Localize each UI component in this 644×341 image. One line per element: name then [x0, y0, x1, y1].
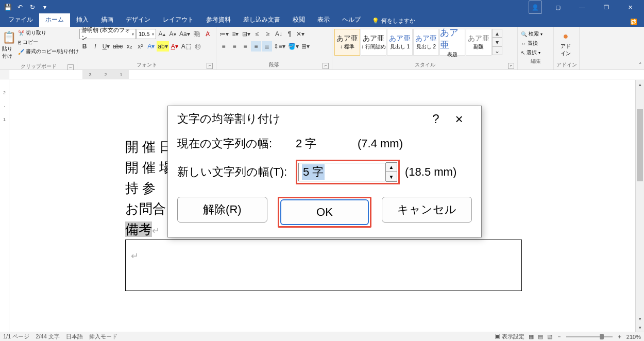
show-marks-button[interactable]: ¶	[284, 29, 295, 39]
find-button[interactable]: 🔍検索▾	[520, 30, 551, 38]
phonetic-button[interactable]: ㍾	[192, 29, 202, 39]
sort-button[interactable]: A↓	[274, 29, 284, 39]
insert-mode[interactable]: 挿入モード	[89, 333, 117, 340]
tab-design[interactable]: デザイン	[120, 13, 157, 27]
ribbon-display-button[interactable]: ▢	[546, 0, 569, 14]
asian-layout-button[interactable]: ✕▾	[295, 29, 306, 39]
collapse-ribbon-button[interactable]: ˄	[639, 62, 642, 69]
scroll-up-button[interactable]: ▴	[636, 80, 644, 89]
document-text[interactable]: 開 催 日 開 催 場 持 参 お問合 備考↵	[125, 137, 173, 241]
style-heading1[interactable]: あア亜見出し 1	[387, 29, 413, 56]
word-count[interactable]: 2/44 文字	[36, 333, 59, 340]
text-box[interactable]: ↵	[125, 240, 522, 291]
styles-launcher[interactable]: ⌐	[508, 63, 514, 69]
view-read-button[interactable]: ▤	[538, 333, 543, 340]
tab-help[interactable]: ヘルプ	[336, 13, 367, 27]
zoom-in-button[interactable]: ＋	[617, 333, 622, 340]
tab-insert[interactable]: 挿入	[70, 13, 95, 27]
scroll-down-button[interactable]: ▾	[636, 314, 644, 323]
strike-button[interactable]: abc	[112, 41, 124, 52]
zoom-out-button[interactable]: －	[556, 333, 562, 340]
font-name-combo[interactable]: 游明朝 (本文のフォン▾	[79, 29, 136, 39]
copy-button[interactable]: ⎘コピー	[17, 38, 80, 46]
styles-down-button[interactable]: ▾	[492, 38, 502, 46]
change-case-button[interactable]: Aa▾	[178, 29, 191, 39]
italic-button[interactable]: I	[90, 41, 100, 52]
style-title[interactable]: あア亜表題	[439, 29, 465, 56]
spin-down-button[interactable]: ▼	[386, 172, 397, 181]
cut-button[interactable]: ✂️切り取り	[17, 29, 80, 37]
paragraph-launcher[interactable]: ⌐	[323, 63, 329, 69]
undo-button[interactable]: ↶	[14, 2, 26, 13]
object-browse-button[interactable]: ▾	[636, 323, 644, 332]
release-button[interactable]: 解除(R)	[177, 197, 267, 223]
replace-button[interactable]: ↔置換	[520, 39, 551, 47]
clear-format-button[interactable]: A̷	[202, 29, 213, 39]
page-indicator[interactable]: 1/1 ページ	[3, 333, 29, 340]
tab-file[interactable]: ファイル	[2, 13, 39, 27]
subscript-button[interactable]: x₂	[124, 41, 134, 52]
cancel-button[interactable]: キャンセル	[382, 197, 472, 223]
scroll-thumb[interactable]	[637, 109, 643, 181]
display-settings-button[interactable]: ▣ 表示設定	[495, 333, 524, 340]
shrink-font-button[interactable]: A▾	[167, 29, 178, 39]
maximize-button[interactable]: ❐	[595, 0, 618, 14]
format-painter-button[interactable]: 🖌️書式のコピー/貼り付け	[17, 47, 80, 56]
select-button[interactable]: ↖選択▾	[520, 48, 551, 57]
tab-mailmerge[interactable]: 差し込み文書	[237, 13, 286, 27]
multilevel-button[interactable]: ⊟▾	[241, 29, 251, 39]
tab-draw[interactable]: 描画	[95, 13, 120, 27]
align-right-button[interactable]: ≡	[240, 41, 250, 52]
scroll-track[interactable]	[636, 89, 644, 314]
underline-button[interactable]: U▾	[101, 41, 111, 52]
addins-button[interactable]: ● アド イン	[556, 28, 575, 60]
align-left-button[interactable]: ≡	[218, 41, 229, 52]
ok-button[interactable]: OK	[280, 199, 369, 225]
tab-layout[interactable]: レイアウト	[157, 13, 200, 27]
redo-button[interactable]: ↻	[27, 2, 38, 13]
dialog-help-button[interactable]: ?	[426, 112, 446, 126]
decrease-indent-button[interactable]: ≤	[252, 29, 262, 39]
share-button[interactable]: 🔁	[623, 19, 644, 27]
font-launcher[interactable]: ⌐	[207, 63, 213, 69]
tell-me[interactable]: 💡 何をしますか	[367, 15, 420, 27]
view-print-button[interactable]: ▦	[529, 333, 534, 340]
spin-up-button[interactable]: ▲	[386, 163, 397, 172]
paste-button[interactable]: 📋 貼り付け	[2, 29, 16, 62]
save-button[interactable]: 💾	[2, 2, 13, 13]
horizontal-ruler[interactable]: 3 2 1	[0, 70, 644, 79]
borders-button[interactable]: ⊞▾	[300, 41, 311, 52]
char-shading-button[interactable]: A⬚	[180, 41, 192, 52]
shading-button[interactable]: 🪣▾	[287, 41, 300, 52]
tab-view[interactable]: 表示	[311, 13, 336, 27]
view-web-button[interactable]: ▧	[547, 333, 552, 340]
enclose-char-button[interactable]: ㊞	[193, 41, 203, 52]
justify-button[interactable]: ≡	[251, 41, 261, 52]
vertical-ruler[interactable]: 2 · 1	[0, 80, 9, 332]
style-subtitle[interactable]: あア亜副題	[466, 29, 492, 56]
tab-references[interactable]: 参考資料	[200, 13, 237, 27]
style-normal[interactable]: あア亜↓ 標準	[334, 29, 360, 56]
dialog-close-button[interactable]: ×	[446, 111, 472, 127]
close-window-button[interactable]: ✕	[619, 0, 642, 14]
tab-review[interactable]: 校閲	[286, 13, 311, 27]
tab-home[interactable]: ホーム	[39, 13, 70, 27]
superscript-button[interactable]: x²	[135, 41, 145, 52]
grow-font-button[interactable]: A▴	[157, 29, 167, 39]
increase-indent-button[interactable]: ≥	[263, 29, 273, 39]
numbering-button[interactable]: ≡▾	[230, 29, 241, 39]
styles-more-button[interactable]: ⌄	[492, 46, 502, 55]
new-width-input[interactable]: 5 字	[298, 163, 386, 181]
distributed-button[interactable]: ≣	[262, 41, 272, 52]
line-spacing-button[interactable]: ⇕≡▾	[273, 41, 286, 52]
font-size-combo[interactable]: 10.5▾	[137, 29, 156, 39]
text-effects-button[interactable]: A▾	[146, 41, 156, 52]
qat-more-button[interactable]: ▾	[39, 2, 50, 13]
language-indicator[interactable]: 日本語	[66, 333, 83, 340]
minimize-button[interactable]: —	[570, 0, 594, 14]
zoom-level[interactable]: 210%	[626, 334, 641, 340]
zoom-slider[interactable]	[566, 336, 613, 337]
bullets-button[interactable]: ≔▾	[218, 29, 230, 39]
style-heading2[interactable]: あア亜見出し 2	[413, 29, 439, 56]
highlight-button[interactable]: ab▾	[157, 41, 168, 52]
